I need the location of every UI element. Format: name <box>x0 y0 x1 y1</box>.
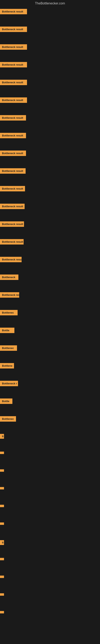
bottleneck-badge: Bottleneck result <box>0 9 27 14</box>
site-title-text: TheBottlenecker.com <box>35 2 65 5</box>
bottleneck-badge: Bottlenec <box>0 416 16 422</box>
bottleneck-item[interactable]: Bottleneck result <box>0 166 100 184</box>
bottleneck-item[interactable]: B <box>0 538 100 556</box>
bottleneck-item[interactable]: Bottleneck result <box>0 131 100 148</box>
bottleneck-badge: Bottleneck result <box>0 239 24 244</box>
bottleneck-item[interactable]: Bottleneck result <box>0 202 100 219</box>
bottleneck-item[interactable]: Bottleneck result <box>0 60 100 78</box>
bottleneck-item[interactable] <box>0 520 100 538</box>
bottleneck-badge <box>0 576 4 578</box>
bottleneck-badge: Bottleneck result <box>0 44 27 50</box>
bottleneck-item[interactable]: B <box>0 432 100 450</box>
bottleneck-badge: Bottleneck result <box>0 80 27 85</box>
bottleneck-item[interactable]: Bottleneck result <box>0 24 100 42</box>
bottleneck-item[interactable]: Bottle <box>0 326 100 343</box>
bottleneck-badge <box>0 487 4 490</box>
bottleneck-item[interactable] <box>0 450 100 467</box>
bottleneck-badge: Bottleneck result <box>0 115 26 120</box>
bottleneck-badge <box>0 505 4 507</box>
bottleneck-item[interactable]: Bottleneck result <box>0 148 100 166</box>
bottleneck-badge: B <box>0 434 4 439</box>
bottleneck-item[interactable]: Bottleneck <box>0 272 100 290</box>
bottleneck-item[interactable] <box>0 609 100 627</box>
bottleneck-badge: Bottleneck result <box>0 204 25 209</box>
bottleneck-badge: Bottle <box>0 398 12 404</box>
bottleneck-item[interactable]: Bottleneck result <box>0 7 100 24</box>
bottleneck-badge <box>0 558 4 560</box>
bottleneck-item[interactable] <box>0 591 100 609</box>
bottleneck-badge: Bottleneck result <box>0 26 27 32</box>
bottleneck-item[interactable]: Bottleneck result <box>0 96 100 113</box>
bottleneck-badge: B <box>0 540 4 545</box>
bottleneck-badge: Bottleneck res <box>0 292 19 298</box>
bottleneck-item[interactable]: Bottleneck res <box>0 290 100 308</box>
bottleneck-badge: Bottleneck result <box>0 186 25 192</box>
bottleneck-item[interactable] <box>0 485 100 503</box>
bottleneck-item[interactable] <box>0 467 100 485</box>
bottleneck-badge: Bottleneck result <box>0 62 27 68</box>
bottleneck-badge: Bottlene <box>0 363 14 368</box>
bottleneck-badge: Bottlenec <box>0 310 18 315</box>
bottleneck-item[interactable]: Bottlenec <box>0 343 100 361</box>
items-container: Bottleneck resultBottleneck resultBottle… <box>0 7 100 627</box>
bottleneck-item[interactable]: Bottleneck result <box>0 184 100 202</box>
bottleneck-item[interactable]: Bottleneck result <box>0 237 100 255</box>
bottleneck-item[interactable]: Bottleneck result <box>0 219 100 237</box>
bottleneck-item[interactable] <box>0 556 100 574</box>
bottleneck-badge <box>0 469 4 472</box>
bottleneck-badge <box>0 522 4 525</box>
bottleneck-badge: Bottleneck result <box>0 168 26 174</box>
bottleneck-badge: Bottleneck result <box>0 98 27 103</box>
bottleneck-item[interactable]: Bottleneck r <box>0 379 100 396</box>
bottleneck-item[interactable]: Bottleneck result <box>0 113 100 131</box>
bottleneck-item[interactable]: Bottlenec <box>0 414 100 432</box>
bottleneck-badge <box>0 611 4 614</box>
bottleneck-item[interactable]: Bottlenec <box>0 308 100 326</box>
bottleneck-badge <box>0 452 4 454</box>
bottleneck-badge: Bottleneck <box>0 274 18 280</box>
bottleneck-badge: Bottleneck result <box>0 133 26 138</box>
bottleneck-item[interactable]: Bottlene <box>0 361 100 379</box>
bottleneck-badge <box>0 593 4 596</box>
bottleneck-badge: Bottlenec <box>0 345 17 351</box>
bottleneck-item[interactable]: Bottleneck result <box>0 42 100 60</box>
bottleneck-item[interactable] <box>0 574 100 591</box>
bottleneck-badge: Bottleneck resu <box>0 257 22 262</box>
bottleneck-item[interactable]: Bottleneck resu <box>0 255 100 272</box>
bottleneck-badge: Bottleneck result <box>0 222 24 227</box>
bottleneck-item[interactable]: Bottle <box>0 396 100 414</box>
bottleneck-badge: Bottleneck result <box>0 150 26 156</box>
bottleneck-item[interactable] <box>0 503 100 520</box>
bottleneck-item[interactable]: Bottleneck result <box>0 78 100 96</box>
site-title: TheBottlenecker.com <box>0 0 100 7</box>
bottleneck-badge: Bottleneck r <box>0 381 18 386</box>
bottleneck-badge: Bottle <box>0 328 14 333</box>
